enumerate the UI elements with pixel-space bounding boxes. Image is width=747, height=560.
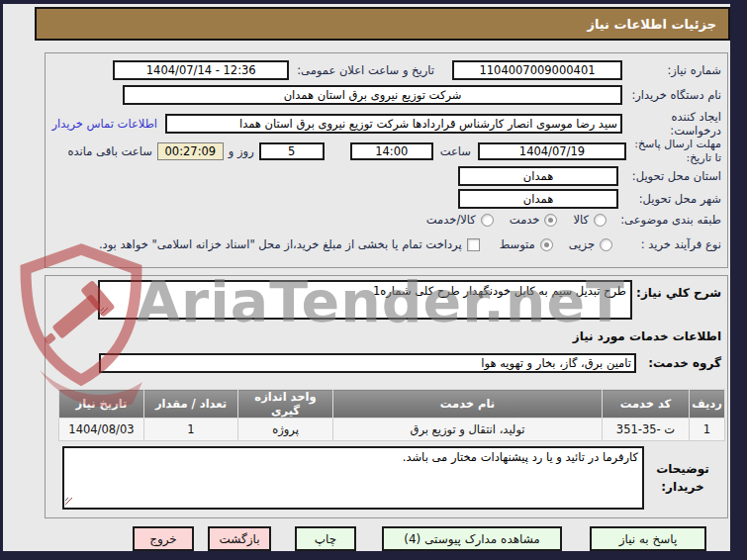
cell-quantity: 1 [144, 419, 238, 441]
row-creator: ایجاد کننده درخواست: سید رضا موسوی انصار… [49, 110, 721, 139]
resize-grip-icon[interactable] [65, 498, 74, 507]
radio-minor-icon[interactable] [600, 238, 612, 251]
subject-class-option-service[interactable]: خدمت [510, 213, 558, 227]
countdown-timer: 00:27:09 [157, 142, 224, 160]
service-group-label: گروه خدمت: [636, 356, 721, 370]
action-buttons: پاسخ به نیاز مشاهده مدارک پیوستی (4) چاپ… [133, 526, 706, 551]
deadline-hour-label: ساعت [440, 144, 471, 158]
deadline-time-field[interactable]: 14:00 [350, 142, 433, 160]
creator-field[interactable]: سید رضا موسوی انصار کارشناس قراردادها شر… [165, 114, 622, 134]
row-delivery-province: استان محل تحویل: همدان [49, 166, 721, 186]
cell-row-index: 1 [690, 419, 725, 441]
back-button[interactable]: بازگشت [208, 526, 271, 551]
buyer-notes-label: توضیحات خریدار: [644, 460, 721, 496]
announce-datetime-label: تاریخ و ساعت اعلان عمومی: [297, 63, 434, 77]
col-service-name: نام خدمت [333, 390, 603, 419]
buyer-contact-link[interactable]: اطلاعات تماس خریدار [51, 117, 157, 131]
process-type-option-medium[interactable]: متوسط [500, 237, 553, 251]
radio-goods-service-icon[interactable] [481, 214, 494, 227]
cell-service-name: تولید، انتقال و توزیع برق [333, 419, 603, 441]
view-attachments-button[interactable]: مشاهده مدارک پیوستی (4) [382, 526, 562, 551]
radio-medium-icon[interactable] [540, 238, 553, 251]
radio-service-icon[interactable] [544, 214, 557, 227]
cell-need-date: 1404/08/03 [59, 419, 144, 441]
subject-class-label: طبقه بندی موضوعی: [610, 213, 721, 227]
deadline-date-field[interactable]: 1404/07/19 [478, 142, 626, 160]
services-table: ردیف کد خدمت نام خدمت واحد اندازه گیری ت… [58, 389, 725, 441]
announce-datetime-field[interactable]: 1404/07/14 - 12:36 [113, 60, 289, 80]
process-type-option-minor[interactable]: جزیی [569, 237, 612, 251]
service-group-field[interactable]: تامین برق، گاز، بخار و تهویه هوا [99, 353, 636, 373]
radio-goods-icon[interactable] [594, 214, 607, 227]
buyer-org-field[interactable]: شرکت توزیع نیروی برق استان همدان [123, 85, 622, 105]
subject-class-option-goods[interactable]: کالا [573, 213, 607, 227]
process-type-label: نوع فرآیند خرید : [616, 237, 721, 251]
row-service-group: گروه خدمت: تامین برق، گاز، بخار و تهویه … [49, 353, 721, 373]
col-need-date: تاریخ نیاز [59, 390, 144, 419]
services-section-title: اطلاعات خدمات مورد نیاز [573, 329, 721, 343]
delivery-city-field[interactable]: همدان [458, 189, 618, 209]
deadline-days-field[interactable]: 5 [259, 142, 325, 160]
need-number-field[interactable]: 1104007009000401 [452, 60, 622, 80]
delivery-city-label: شهر محل تحویل: [618, 192, 721, 206]
treasury-checkbox-option[interactable]: پرداخت تمام یا بخشی از مبلغ خرید،از محل … [99, 237, 480, 251]
treasury-checkbox-label: پرداخت تمام یا بخشی از مبلغ خرید،از محل … [99, 237, 462, 251]
services-panel: شرح کلي نیاز: طرح تبدیل سیم به کابل خودن… [45, 275, 728, 518]
services-table-header-row: ردیف کد خدمت نام خدمت واحد اندازه گیری ت… [59, 390, 725, 419]
row-buyer-notes: توضیحات خریدار: کارفرما در تائید و یا رد… [49, 446, 721, 510]
title-bar: جزئیات اطلاعات نیاز [35, 7, 730, 41]
creator-label: ایجاد کننده درخواست: [622, 110, 721, 139]
delivery-province-label: استان محل تحویل: [618, 169, 721, 183]
row-buyer-org: نام دستگاه خریدار: شرکت توزیع نیروی برق … [49, 85, 721, 105]
page-title: جزئیات اطلاعات نیاز [587, 17, 716, 32]
resize-grip-icon[interactable] [101, 308, 110, 317]
col-quantity: تعداد / مقدار [144, 390, 238, 419]
cell-service-code: 351-35- ت [603, 419, 690, 441]
table-row: 1 351-35- ت تولید، انتقال و توزیع برق پر… [59, 419, 725, 441]
subject-class-option-goods-service[interactable]: کالا/خدمت [426, 213, 494, 227]
need-desc-label: شرح کلي نیاز: [632, 280, 721, 300]
treasury-checkbox-icon[interactable] [467, 238, 480, 251]
deadline-days-label: روز و [229, 144, 254, 158]
print-button[interactable]: چاپ [295, 526, 356, 551]
row-need-desc: شرح کلي نیاز: طرح تبدیل سیم به کابل خودن… [49, 280, 721, 320]
row-deadline: مهلت ارسال پاسخ: تا تاریخ: 1404/07/19 سا… [49, 136, 721, 167]
col-row-index: ردیف [690, 390, 725, 419]
need-desc-textarea[interactable]: طرح تبدیل سیم به کابل خودنگهدار طرح کلی … [98, 280, 632, 320]
deadline-remaining-label: ساعت باقی مانده [68, 144, 152, 158]
exit-button[interactable]: خروج [133, 526, 194, 551]
buyer-org-label: نام دستگاه خریدار: [622, 88, 721, 102]
row-process-type: نوع فرآیند خرید : جزیی متوسط پرداخت تمام… [49, 237, 721, 251]
row-subject-class: طبقه بندی موضوعی: کالا خدمت کالا/خدمت [49, 213, 721, 227]
col-unit: واحد اندازه گیری [238, 390, 333, 419]
general-info-panel: شماره نیاز: 1104007009000401 تاریخ و ساع… [45, 52, 728, 268]
cell-unit: پروژه [238, 419, 333, 441]
row-need-number: شماره نیاز: 1104007009000401 تاریخ و ساع… [49, 60, 721, 80]
row-services-header: اطلاعات خدمات مورد نیاز [49, 329, 721, 343]
need-number-label: شماره نیاز: [622, 63, 721, 77]
respond-button[interactable]: پاسخ به نیاز [590, 526, 706, 551]
row-delivery-city: شهر محل تحویل: همدان [49, 189, 721, 209]
page-background: جزئیات اطلاعات نیاز شماره نیاز: 11040070… [3, 4, 730, 551]
deadline-label: مهلت ارسال پاسخ: تا تاریخ: [626, 138, 721, 165]
col-service-code: کد خدمت [603, 390, 690, 419]
buyer-notes-textarea[interactable]: کارفرما در تائید و یا رد پیشنهادات مختار… [62, 446, 644, 510]
delivery-province-field[interactable]: همدان [458, 166, 618, 186]
